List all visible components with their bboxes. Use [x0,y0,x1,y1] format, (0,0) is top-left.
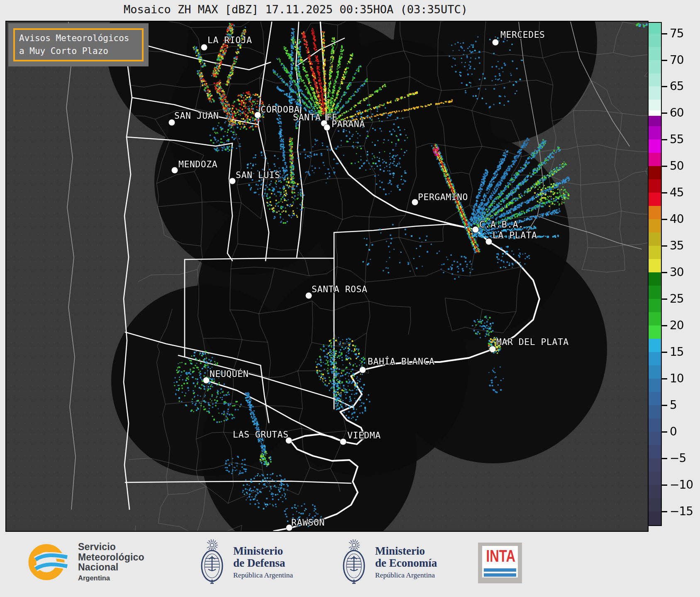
city-label: MERCEDES [500,29,545,40]
city-label: RAWSON [291,517,325,528]
advisory-line-1: Avisos Meteorológicos [19,32,142,45]
city-label: C.A.B.A. [479,219,524,230]
colorbar-segment [649,432,661,445]
radar-figure: Mosaico ZH MAX [dBZ] 17.11.2025 00:35HOA… [0,0,700,597]
coat-of-arms-icon [198,538,226,588]
city-label: SANTA FE [293,112,338,122]
colorbar-tick-label: 0 [670,425,677,438]
colorbar-tick-label: 50 [670,159,684,173]
colorbar-segment [649,339,661,352]
city-label: SANTA ROSA [312,284,367,294]
colorbar-segment [649,445,661,458]
figure-title: Mosaico ZH MAX [dBZ] 17.11.2025 00:35HOA… [124,3,468,16]
colorbar-tick [662,60,667,61]
economia-line1: Ministerio [375,545,437,557]
city-label: LA PLATA [493,230,537,240]
colorbar-tick-label: 10 [670,372,684,385]
colorbar-segment [649,405,661,418]
colorbar-segment [649,392,661,405]
colorbar-tick [662,325,667,326]
defensa-logo: Ministerio de Defensa República Argentin… [198,538,293,588]
colorbar-segment [649,365,661,379]
colorbar-tick [662,378,667,379]
inta-logo: INTA [478,543,522,583]
economia-line2: de Economía [375,557,437,569]
smn-logo: Servicio Meteorológico Nacional Argentin… [27,541,144,583]
colorbar-segment [649,246,661,259]
inta-label: INTA [486,547,514,565]
colorbar-tick-label: −10 [670,478,693,492]
colorbar-tick [662,33,667,34]
colorbar-tick-label: 40 [670,212,684,226]
colorbar-tick [662,86,667,87]
city-label: SAN LUIS [236,170,280,180]
smn-text: Servicio Meteorológico Nacional Argentin… [78,542,144,582]
smn-circle-icon [27,541,69,583]
colorbar-segment [649,312,661,325]
colorbar-segment [649,511,661,526]
city-dot [255,112,261,118]
colorbar-tick-label: 65 [670,79,684,93]
colorbar-segment [649,193,661,206]
colorbar-segment [649,153,661,166]
colorbar-segment [649,86,661,100]
colorbar-tick [662,245,667,247]
coat-of-arms-icon [340,538,368,588]
colorbar-tick [662,113,667,114]
inta-bar-icon [484,568,516,572]
advisory-panel: Avisos Meteorológicos a Muy Corto Plazo [8,23,149,66]
colorbar-segment [649,352,661,365]
colorbar-segment [649,259,661,272]
city-dot [201,44,207,51]
colorbar-segment [649,34,661,47]
city-label: PERGAMINO [418,192,468,202]
colorbar-segment [649,286,661,299]
colorbar-segment [649,379,661,392]
smn-line1: Servicio [78,542,144,552]
colorbar-segment [649,472,661,485]
city-label: BAHÍA BLANCA [368,356,434,367]
colorbar-tick-label: 60 [670,106,684,120]
smn-line4: Argentina [78,574,144,582]
colorbar-tick [662,405,667,406]
colorbar-segment [649,458,661,472]
colorbar-tick-label: −5 [670,451,686,465]
defensa-line2: de Defensa [233,557,293,569]
colorbar-tick-label: 15 [670,345,684,359]
city-dot [324,125,330,131]
colorbar-segment [649,179,661,193]
colorbar-tick [662,272,667,273]
city-dot [486,239,492,245]
colorbar-segment [649,166,661,179]
city-label: NEUQUÉN [210,369,249,379]
city-dot [493,39,499,46]
colorbar-segment [649,73,661,87]
colorbar-tick [662,192,667,193]
colorbar-segment [649,498,661,511]
colorbar-segment [649,126,661,139]
colorbar-tick-label: 5 [670,398,677,412]
city-dot [490,346,496,352]
colorbar-segment [649,116,661,127]
defensa-line3: República Argentina [233,571,293,580]
city-label: LA RIOJA [207,35,252,45]
city-dot [473,227,479,233]
economia-text: Ministerio de Economía República Argenti… [375,545,437,580]
advisory-line-2: a Muy Corto Plazo [19,45,142,58]
colorbar-tick [662,511,667,512]
city-label: LAS GRUTAS [233,429,288,440]
colorbar [648,22,662,526]
footer-logo-bar: Servicio Meteorológico Nacional Argentin… [0,532,700,597]
city-dot [229,178,236,184]
city-label: PARANÁ [332,119,365,129]
colorbar-tick-label: 35 [670,239,684,252]
smn-line3: Nacional [78,562,144,573]
city-dot [306,293,312,299]
colorbar-segment [649,110,661,116]
city-layer: LA RIOJAMERCEDESSAN JUANCÓRDOBASANTA FEP… [6,22,648,531]
colorbar-tick [662,431,667,433]
city-dot [340,439,346,445]
colorbar-segment [649,219,661,232]
inta-inner: INTA [482,546,518,577]
colorbar-tick-label: 20 [670,318,684,332]
